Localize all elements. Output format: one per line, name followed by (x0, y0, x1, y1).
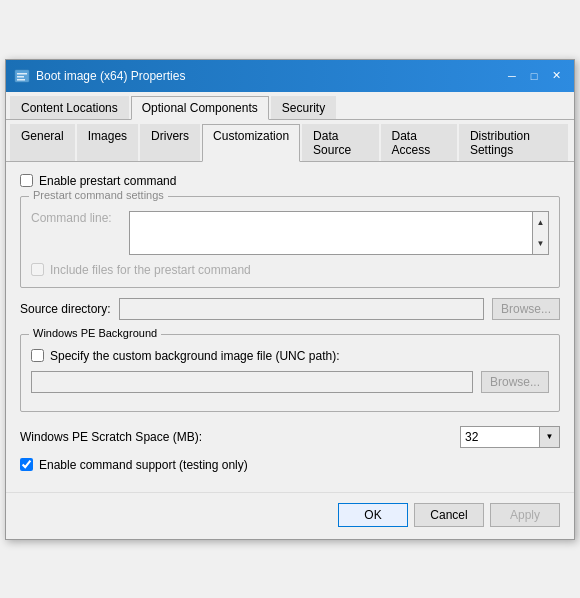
tab-data-access[interactable]: Data Access (381, 124, 457, 161)
prestart-group-title: Prestart command settings (29, 189, 168, 201)
svg-rect-1 (17, 73, 27, 75)
include-files-row: Include files for the prestart command (31, 263, 549, 277)
source-directory-label: Source directory: (20, 302, 111, 316)
button-row: OK Cancel Apply (6, 492, 574, 539)
tab-content: Enable prestart command Prestart command… (6, 162, 574, 492)
svg-rect-2 (17, 76, 24, 78)
tab-security[interactable]: Security (271, 96, 336, 119)
command-line-input-container: ▲ ▼ (129, 211, 549, 255)
tab-general[interactable]: General (10, 124, 75, 161)
scratch-space-row: Windows PE Scratch Space (MB): 32 64 128… (20, 426, 560, 448)
title-bar-controls: ─ □ ✕ (502, 66, 566, 86)
ok-button[interactable]: OK (338, 503, 408, 527)
svg-rect-3 (17, 79, 25, 81)
close-button[interactable]: ✕ (546, 66, 566, 86)
scratch-space-select[interactable]: 32 64 128 256 512 (460, 426, 540, 448)
source-directory-row: Source directory: Browse... (20, 298, 560, 320)
source-directory-browse-button[interactable]: Browse... (492, 298, 560, 320)
enable-prestart-label: Enable prestart command (39, 174, 176, 188)
title-bar: Boot image (x64) Properties ─ □ ✕ (6, 60, 574, 92)
apply-button[interactable]: Apply (490, 503, 560, 527)
command-line-row: Command line: ▲ ▼ (31, 211, 549, 255)
maximize-button[interactable]: □ (524, 66, 544, 86)
background-path-input[interactable] (31, 371, 473, 393)
scroll-down-arrow: ▼ (533, 233, 548, 254)
enable-command-support-label: Enable command support (testing only) (39, 458, 248, 472)
scratch-space-label: Windows PE Scratch Space (MB): (20, 430, 202, 444)
prestart-settings-group: Prestart command settings Command line: … (20, 196, 560, 288)
minimize-button[interactable]: ─ (502, 66, 522, 86)
pe-background-title: Windows PE Background (29, 327, 161, 339)
scratch-space-select-wrapper: 32 64 128 256 512 ▼ (460, 426, 560, 448)
window-icon (14, 68, 30, 84)
source-directory-input[interactable] (119, 298, 484, 320)
tab-data-source[interactable]: Data Source (302, 124, 378, 161)
specify-background-label: Specify the custom background image file… (50, 349, 339, 363)
tab-distribution-settings[interactable]: Distribution Settings (459, 124, 568, 161)
command-line-label: Command line: (31, 211, 121, 225)
tab-content-locations[interactable]: Content Locations (10, 96, 129, 119)
menu-tabs: Content Locations Optional Components Se… (6, 92, 574, 120)
enable-prestart-row: Enable prestart command (20, 174, 560, 188)
cancel-button[interactable]: Cancel (414, 503, 484, 527)
scroll-up-arrow: ▲ (533, 212, 548, 233)
tab-images[interactable]: Images (77, 124, 138, 161)
tab-customization[interactable]: Customization (202, 124, 300, 162)
window-title: Boot image (x64) Properties (36, 69, 185, 83)
specify-background-row: Specify the custom background image file… (31, 349, 549, 363)
title-bar-left: Boot image (x64) Properties (14, 68, 185, 84)
properties-window: Boot image (x64) Properties ─ □ ✕ Conten… (5, 59, 575, 540)
tab-drivers[interactable]: Drivers (140, 124, 200, 161)
scrollbar: ▲ ▼ (532, 212, 548, 254)
enable-prestart-checkbox[interactable] (20, 174, 33, 187)
enable-command-support-checkbox[interactable] (20, 458, 33, 471)
command-line-input[interactable] (130, 212, 532, 254)
include-files-checkbox[interactable] (31, 263, 44, 276)
background-browse-button[interactable]: Browse... (481, 371, 549, 393)
select-dropdown-arrow[interactable]: ▼ (540, 426, 560, 448)
enable-command-support-row: Enable command support (testing only) (20, 458, 560, 472)
tab-optional-components[interactable]: Optional Components (131, 96, 269, 120)
background-path-row: Browse... (31, 371, 549, 393)
pe-background-group: Windows PE Background Specify the custom… (20, 334, 560, 412)
include-files-label: Include files for the prestart command (50, 263, 251, 277)
sub-tabs: General Images Drivers Customization Dat… (6, 120, 574, 162)
specify-background-checkbox[interactable] (31, 349, 44, 362)
